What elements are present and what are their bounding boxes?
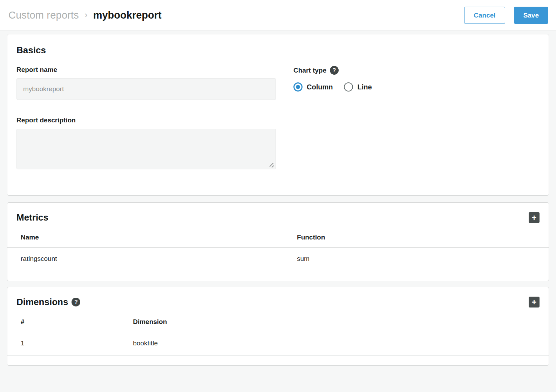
metrics-card: Metrics + Name Function ratingscount sum [7, 202, 549, 281]
dimensions-title: Dimensions [16, 297, 68, 307]
metrics-col-name-header: Name [7, 229, 297, 248]
metric-function-cell: sum [297, 248, 549, 271]
dimensions-col-index-header: # [7, 313, 133, 332]
chevron-right-icon: › [84, 9, 88, 20]
chart-type-column-radio[interactable]: Column [293, 82, 333, 92]
page-header: Custom reports › mybookreport Cancel Sav… [0, 0, 556, 31]
report-name-label: Report name [16, 66, 276, 74]
report-description-wrap [16, 129, 276, 169]
plus-icon: + [531, 297, 536, 307]
report-name-input[interactable] [16, 78, 276, 100]
dimensions-help-icon[interactable]: ? [72, 298, 80, 306]
breadcrumb: Custom reports › mybookreport [8, 9, 162, 21]
metrics-col-function-header: Function [297, 229, 549, 248]
basics-card: Basics Report name Report description Ch… [7, 34, 549, 196]
radio-selected-icon [293, 82, 303, 92]
header-actions: Cancel Save [464, 7, 548, 24]
cancel-button[interactable]: Cancel [464, 7, 505, 24]
radio-unselected-icon [344, 82, 353, 92]
chart-type-label: Chart type [293, 67, 326, 74]
chart-type-options: Column Line [293, 82, 540, 92]
dimension-index-cell: 1 [7, 332, 133, 356]
chart-type-help-icon[interactable]: ? [330, 66, 339, 75]
dimension-name-cell: booktitle [133, 332, 549, 356]
dimensions-table: # Dimension 1 booktitle [7, 313, 549, 356]
dimensions-card: Dimensions ? + # Dimension 1 booktitle [7, 287, 549, 366]
report-description-textarea[interactable] [16, 129, 276, 169]
dimensions-header-row: # Dimension [7, 313, 549, 332]
save-button[interactable]: Save [514, 7, 548, 24]
breadcrumb-report-name: mybookreport [93, 9, 162, 21]
chart-type-line-radio[interactable]: Line [344, 82, 372, 92]
metrics-table: Name Function ratingscount sum [7, 229, 549, 271]
add-dimension-button[interactable]: + [529, 297, 540, 307]
metrics-title: Metrics [16, 212, 48, 223]
table-row[interactable]: 1 booktitle [7, 332, 549, 356]
basics-title: Basics [16, 45, 540, 56]
plus-icon: + [531, 213, 536, 222]
report-description-label: Report description [16, 116, 276, 124]
metric-name-cell: ratingscount [7, 248, 297, 271]
dimensions-col-dimension-header: Dimension [133, 313, 549, 332]
table-row[interactable]: ratingscount sum [7, 248, 549, 271]
add-metric-button[interactable]: + [529, 212, 540, 223]
chart-type-line-label: Line [357, 83, 372, 91]
chart-type-column-label: Column [307, 83, 333, 91]
metrics-header-row: Name Function [7, 229, 549, 248]
breadcrumb-custom-reports[interactable]: Custom reports [8, 9, 79, 21]
